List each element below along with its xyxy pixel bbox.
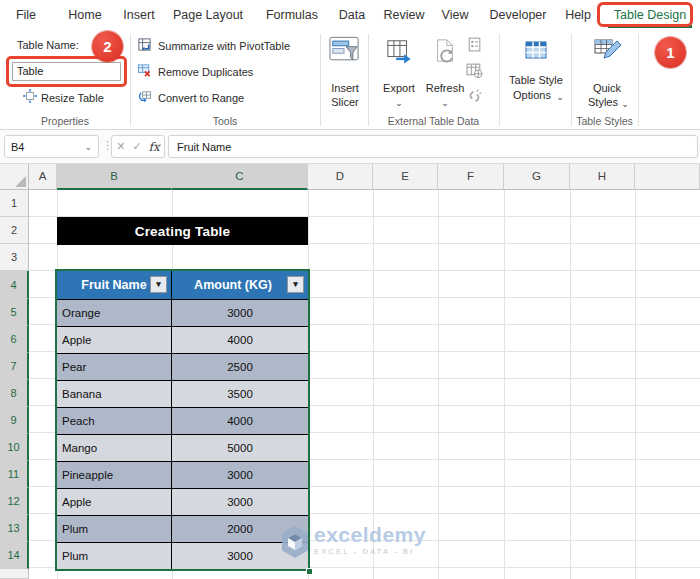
row-header-15-partial[interactable]	[0, 569, 29, 579]
row-header-12[interactable]: 12	[0, 488, 29, 515]
resize-table-icon	[23, 89, 37, 107]
tab-insert[interactable]: Insert	[123, 0, 154, 30]
select-all-button[interactable]	[0, 164, 29, 190]
exceldemy-watermark: exceldemy EXCEL - DATA - BI	[280, 524, 426, 564]
tab-formulas[interactable]: Formulas	[266, 0, 318, 30]
col-header-e[interactable]: E	[373, 164, 438, 190]
table-row: Pineapple3000	[57, 461, 308, 488]
row-header-5[interactable]: 5	[0, 299, 29, 326]
name-box[interactable]: B4 ⌄	[4, 135, 99, 158]
refresh-button[interactable]	[432, 38, 458, 68]
tab-data[interactable]: Data	[339, 0, 365, 30]
table-row: Plum3000	[57, 542, 308, 569]
col-header-c[interactable]: C	[172, 164, 308, 190]
cell-amount[interactable]: 4000	[172, 408, 308, 434]
table-style-options-label-line2: Options	[513, 89, 551, 101]
export-chevron-icon: ⌄	[395, 99, 403, 107]
col-header-blank[interactable]	[635, 164, 700, 190]
fruit-name-filter-button[interactable]: ▾	[150, 276, 167, 293]
col-header-b[interactable]: B	[57, 164, 172, 190]
open-in-browser-button[interactable]	[464, 62, 484, 79]
cell-fruit[interactable]: Orange	[57, 300, 172, 326]
table-resize-handle[interactable]	[306, 568, 313, 575]
tab-home[interactable]: Home	[68, 0, 101, 30]
cell-fruit[interactable]: Apple	[57, 489, 172, 515]
banner-cell[interactable]: Creating Table	[57, 217, 308, 245]
table-style-options-chevron-icon: ⌄	[556, 93, 564, 101]
table-name-label: Table Name:	[17, 39, 79, 51]
summarize-with-pivottable-button[interactable]: Summarize with PivotTable	[137, 38, 290, 54]
worksheet-grid: A B C D E F G H 1 2 3 4 5 6 7 8 9 10 11 …	[0, 164, 700, 579]
col-header-g[interactable]: G	[504, 164, 570, 190]
cell-fruit[interactable]: Peach	[57, 408, 172, 434]
table-style-options-button[interactable]	[524, 40, 548, 64]
cell-fruit[interactable]: Pear	[57, 354, 172, 380]
table-header-amount[interactable]: Amount (KG) ▾	[172, 271, 308, 299]
col-header-d[interactable]: D	[308, 164, 373, 190]
insert-function-icon[interactable]: fx	[149, 140, 160, 154]
group-divider	[368, 34, 369, 126]
cell-amount[interactable]: 3000	[172, 462, 308, 488]
insert-slicer-label-line2: Slicer	[331, 96, 359, 108]
cell-fruit[interactable]: Mango	[57, 435, 172, 461]
tab-file[interactable]: File	[16, 0, 36, 30]
cancel-icon[interactable]: ✕	[116, 140, 125, 153]
cell-fruit[interactable]: Banana	[57, 381, 172, 407]
remove-duplicates-button[interactable]: Remove Duplicates	[137, 64, 253, 80]
col-header-h[interactable]: H	[570, 164, 635, 190]
insert-slicer-button[interactable]	[329, 36, 359, 67]
annotation-step-2-badge: 2	[92, 31, 123, 62]
table-row: Mango5000	[57, 434, 308, 461]
row-header-2[interactable]: 2	[0, 217, 29, 244]
row-header-7[interactable]: 7	[0, 353, 29, 380]
amount-filter-button[interactable]: ▾	[287, 276, 304, 293]
row-header-8[interactable]: 8	[0, 380, 29, 407]
col-header-f[interactable]: F	[438, 164, 504, 190]
quick-styles-label-line2: Styles	[588, 96, 618, 108]
unlink-button[interactable]	[464, 88, 484, 105]
enter-check-icon[interactable]: ✓	[132, 140, 141, 153]
group-divider	[130, 34, 131, 126]
table-header-row: Fruit Name ▾ Amount (KG) ▾	[57, 271, 308, 299]
table-header-fruit-name[interactable]: Fruit Name ▾	[57, 271, 172, 299]
tab-developer[interactable]: Developer	[490, 0, 547, 30]
cell-amount[interactable]: 3500	[172, 381, 308, 407]
refresh-chevron-icon: ⌄	[441, 99, 449, 107]
tab-view[interactable]: View	[442, 0, 469, 30]
refresh-label: Refresh	[426, 82, 465, 94]
row-header-4[interactable]: 4	[0, 271, 29, 299]
cell-amount[interactable]: 5000	[172, 435, 308, 461]
row-header-9[interactable]: 9	[0, 407, 29, 434]
cell-fruit[interactable]: Pineapple	[57, 462, 172, 488]
cell-amount[interactable]: 4000	[172, 327, 308, 353]
table-styles-group-label: Table Styles	[571, 115, 638, 127]
ribbon-tab-bar: File Home Insert Page Layout Formulas Da…	[0, 0, 700, 30]
quick-styles-button[interactable]	[593, 36, 621, 68]
row-header-1[interactable]: 1	[0, 190, 29, 217]
table-header-amount-label: Amount (KG)	[194, 278, 272, 292]
export-button[interactable]	[386, 38, 412, 68]
group-divider	[571, 34, 572, 126]
external-data-properties-button[interactable]	[464, 36, 484, 53]
tab-review[interactable]: Review	[384, 0, 425, 30]
cell-amount[interactable]: 3000	[172, 300, 308, 326]
formula-input[interactable]: Fruit Name	[168, 135, 698, 158]
col-header-a[interactable]: A	[29, 164, 57, 190]
resize-table-button[interactable]: Resize Table	[23, 89, 104, 107]
row-header-13[interactable]: 13	[0, 515, 29, 542]
row-header-6[interactable]: 6	[0, 326, 29, 353]
cell-fruit[interactable]: Plum	[57, 516, 172, 542]
cell-amount[interactable]: 3000	[172, 489, 308, 515]
group-divider	[638, 34, 639, 126]
convert-to-range-button[interactable]: Convert to Range	[137, 90, 244, 106]
cell-fruit[interactable]: Plum	[57, 543, 172, 569]
tab-page-layout[interactable]: Page Layout	[173, 0, 243, 30]
cell-amount[interactable]: 2500	[172, 354, 308, 380]
cell-fruit[interactable]: Apple	[57, 327, 172, 353]
row-header-10[interactable]: 10	[0, 434, 29, 461]
row-header-11[interactable]: 11	[0, 461, 29, 488]
row-header-3[interactable]: 3	[0, 244, 29, 271]
refresh-icon	[432, 50, 458, 67]
row-header-14[interactable]: 14	[0, 542, 29, 569]
tab-help[interactable]: Help	[565, 0, 591, 30]
